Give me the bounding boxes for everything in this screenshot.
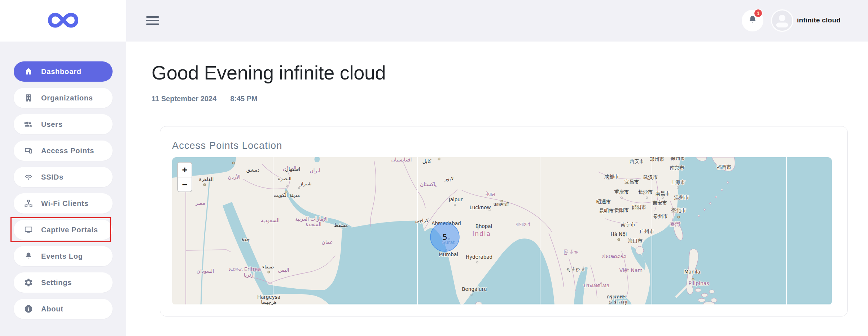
map-label: বাংলাদেশ [515, 221, 530, 227]
map-label: 贵阳市 [614, 207, 629, 213]
map-label: Hà Nội [611, 231, 627, 237]
map-label: Mumbai [439, 251, 458, 257]
sidebar-item-label: Access Points [41, 147, 94, 155]
sidebar-item-captive-portals[interactable]: Captive Portals [14, 220, 113, 240]
wifi-icon [24, 172, 33, 182]
zoom-out-button[interactable]: − [178, 177, 192, 192]
map-label: ភ្នំពេញ [608, 299, 627, 305]
map-label: 温州市 [674, 194, 689, 200]
sidebar-item-users[interactable]: Users [14, 114, 113, 134]
sidebar-item-organizations[interactable]: Organizations [14, 88, 113, 108]
map-label: 郑州市 [649, 157, 665, 162]
map-label: السودان [197, 268, 214, 274]
gear-icon [24, 278, 33, 287]
map-label: هرجيسا [261, 299, 276, 305]
map-label: 泉州市 [653, 213, 668, 219]
monitor-icon [24, 225, 33, 234]
access-points-location-card: Access Points Location [160, 126, 848, 316]
sidebar-item-label: Users [41, 120, 63, 129]
user-name[interactable]: infinite cloud [797, 16, 864, 24]
page-title: Good Evening infinite cloud [152, 61, 868, 84]
map-label: القاهرة [199, 176, 214, 182]
map-label: 吉安市 [653, 200, 667, 206]
date-row: 11 September 2024 8:45 PM [152, 95, 868, 103]
map-label: افغانستان [391, 157, 412, 163]
map-label: 长沙市 [638, 189, 653, 195]
sidebar-item-label: SSIDs [41, 173, 63, 181]
sidebar-nav: DashboardOrganizationsUsersAccess Points… [0, 42, 126, 336]
map-label: 上海市 [671, 179, 685, 185]
map-label: 臺灣 [670, 221, 680, 227]
map-label: 西安市 [630, 158, 644, 164]
time-label: 8:45 PM [230, 95, 258, 103]
sidebar-item-dashboard[interactable]: Dashboard [14, 61, 113, 82]
map-label: مصر [195, 200, 205, 206]
info-icon [24, 304, 33, 314]
card-title: Access Points Location [172, 140, 836, 151]
sidebar-item-about[interactable]: About [14, 299, 113, 319]
map-label: Lucknow [470, 204, 491, 210]
app-logo[interactable] [0, 0, 126, 42]
sidebar-item-ssids[interactable]: SSIDs [14, 167, 113, 187]
sidebar-item-events-log[interactable]: Events Log [14, 246, 113, 266]
sidebar-item-access-points[interactable]: Access Points [14, 141, 113, 161]
map-label: 邵阳市 [632, 204, 646, 210]
map-label: اصفهان [285, 166, 300, 172]
map-label: 福岡市 [717, 164, 732, 170]
avatar[interactable] [771, 9, 793, 32]
sidebar-item-settings[interactable]: Settings [14, 272, 113, 293]
home-icon [24, 67, 33, 76]
notification-badge: 1 [754, 9, 763, 18]
map-label: پاکستان [420, 181, 437, 188]
map-label: 宜昌市 [624, 179, 639, 185]
notifications-button[interactable]: 1 [742, 10, 763, 31]
sidebar-item-label: Wi-Fi Clients [41, 199, 88, 208]
map-label: Jaipur [448, 197, 463, 202]
map-label: 臺北市 [671, 207, 686, 213]
map-label: مدينة الكويت [274, 192, 300, 198]
map-label: ປະເທດລາວ [602, 254, 627, 259]
map-label: 南昌市 [656, 190, 670, 196]
map-label: کراچی [415, 217, 429, 224]
access-points-map[interactable]: دمشقالعراقالقاهرةالأردناصفهانايرانالبصرة… [172, 157, 832, 305]
map-water [172, 157, 832, 305]
map-label: 成都市 [604, 173, 619, 179]
map-label: دمشق [246, 167, 260, 173]
topbar: 1 infinite cloud [126, 0, 868, 42]
map-label: ประเทศไทย [583, 283, 609, 288]
map-label: 海口市 [628, 238, 643, 244]
map-label: لاہور [444, 176, 454, 182]
sidebar-item-wi-fi-clients[interactable]: Wi-Fi Clients [14, 193, 113, 214]
map-label: 昭通市 [596, 199, 611, 204]
map-label: 昆明市 [599, 208, 614, 214]
map-label: Bhopal [475, 223, 492, 229]
map-label: India [472, 230, 491, 237]
map-label: البصرة [278, 176, 291, 182]
map-label: الأردن [228, 174, 240, 180]
sidebar-item-label: Captive Portals [41, 226, 98, 234]
map-label: جدة [242, 236, 250, 242]
sidebar-item-label: Events Log [41, 252, 83, 260]
users-icon [24, 120, 33, 129]
sidebar-item-label: Settings [41, 279, 72, 287]
network-icon [24, 199, 33, 208]
map-label: नेपाल [485, 191, 495, 197]
devices-icon [24, 146, 33, 155]
map-label: 徐州市 [671, 157, 685, 161]
bell-icon [24, 251, 33, 261]
marker-count: 5 [442, 233, 447, 242]
map-label: Hyderabad [466, 254, 492, 260]
map-label: မြန်မာ [563, 249, 578, 255]
zoom-in-button[interactable]: + [178, 163, 192, 177]
map-label: صنعاء [262, 264, 274, 270]
map-label: كابل [422, 158, 431, 164]
hamburger-icon[interactable] [146, 15, 160, 26]
map-label: المتحدة [306, 221, 321, 227]
map-cluster-marker[interactable]: 5 [430, 223, 459, 251]
map-label: 武汉市 [643, 174, 658, 180]
sidebar-item-label: Organizations [41, 94, 93, 102]
date-label: 11 September 2024 [152, 95, 216, 103]
map-label: شيراز [299, 181, 311, 187]
map-label: السعودية [261, 217, 280, 224]
infinity-icon [48, 12, 79, 30]
